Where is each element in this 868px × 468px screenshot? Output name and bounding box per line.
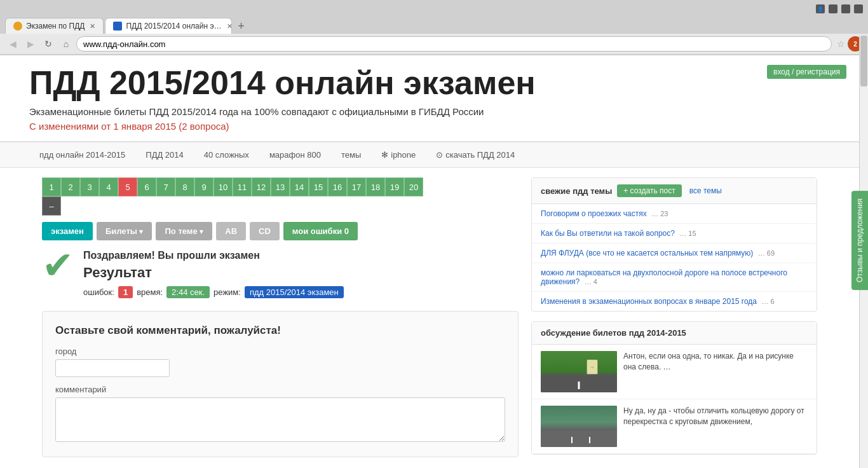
city-label: город bbox=[55, 347, 505, 356]
ticket-12[interactable]: 12 bbox=[252, 177, 271, 196]
nav-item-2[interactable]: 40 сложных bbox=[194, 142, 259, 167]
site-nav: пдд онлайн 2014-2015 ПДД 2014 40 сложных… bbox=[0, 142, 859, 168]
ticket-16[interactable]: 16 bbox=[328, 177, 347, 196]
ticket-7[interactable]: 7 bbox=[156, 177, 175, 196]
result-stats: ошибок: 1 время: 2:44 сек. режим: пдд 20… bbox=[83, 286, 344, 298]
discussion-text-0: Антон, если она одна, то никак. Да и на … bbox=[623, 351, 808, 392]
bookmark-star[interactable]: ☆ bbox=[837, 39, 845, 49]
ticket-11[interactable]: 11 bbox=[233, 177, 252, 196]
left-content: 1 2 3 4 5 6 7 8 9 10 11 12 13 14 15 16 1… bbox=[42, 177, 519, 464]
site-subtitle: Экзаменационные билеты ПДД 2015/2014 год… bbox=[29, 106, 830, 117]
ticket-18[interactable]: 18 bbox=[366, 177, 385, 196]
ticket-2[interactable]: 2 bbox=[61, 177, 80, 196]
tab-close-1[interactable]: ✕ bbox=[90, 22, 95, 31]
nav-item-0[interactable]: пдд онлайн 2014-2015 bbox=[29, 142, 135, 167]
ticket-19[interactable]: 19 bbox=[385, 177, 404, 196]
forum-link-1[interactable]: Как бы Вы ответили на такой вопрос? bbox=[541, 229, 677, 238]
ticket-10[interactable]: 10 bbox=[214, 177, 233, 196]
mode-value: пдд 2015/2014 экзамен bbox=[245, 286, 344, 298]
discussion-thumb-0: → bbox=[541, 351, 617, 392]
time-value: 2:44 сек. bbox=[166, 286, 210, 298]
nav-item-6[interactable]: ⊙ скачать ПДД 2014 bbox=[426, 142, 525, 167]
tab-icon-1 bbox=[13, 22, 22, 31]
forum-count-1: … 15 bbox=[679, 230, 696, 237]
new-tab-btn[interactable]: + bbox=[233, 18, 248, 34]
forum-count-4: … 6 bbox=[761, 298, 774, 305]
forum-link-4[interactable]: Изменения в экзаменационных вопросах в я… bbox=[541, 297, 759, 306]
main-layout: 1 2 3 4 5 6 7 8 9 10 11 12 13 14 15 16 1… bbox=[29, 168, 830, 468]
my-errors-btn[interactable]: мои ошибки 0 bbox=[283, 222, 358, 240]
forum-item-2: ДЛЯ ФЛУДА (все что не касается остальных… bbox=[532, 244, 817, 263]
tab-label-2: ПДД 2015/2014 онлайн э… bbox=[126, 22, 221, 31]
discussion-item-0: → Антон, если она одна, то никак. Да и н… bbox=[532, 345, 817, 399]
site-title: ПДД 2015/2014 онлайн экзамен bbox=[29, 65, 830, 101]
ticket-4[interactable]: 4 bbox=[99, 177, 118, 196]
ticket-8[interactable]: 8 bbox=[175, 177, 194, 196]
road-image-0: → bbox=[541, 351, 617, 392]
browser-toolbar: ◀ ▶ ↻ ⌂ ☆ 2 bbox=[0, 34, 868, 55]
reload-btn[interactable]: ↻ bbox=[41, 36, 56, 52]
browser-tabs: Экзамен по ПДД ✕ ПДД 2015/2014 онлайн э…… bbox=[0, 18, 868, 34]
ticket-14[interactable]: 14 bbox=[290, 177, 309, 196]
forward-btn[interactable]: ▶ bbox=[23, 36, 38, 52]
all-themes-link[interactable]: все темы bbox=[689, 186, 722, 195]
discussion-thumb-1 bbox=[541, 406, 617, 447]
tickets-btn[interactable]: Билеты bbox=[97, 222, 153, 240]
login-link[interactable]: вход / регистрация bbox=[767, 65, 846, 79]
tab-close-2[interactable]: ✕ bbox=[227, 22, 233, 31]
ticket-9[interactable]: 9 bbox=[194, 177, 214, 196]
ticket-13[interactable]: 13 bbox=[271, 177, 290, 196]
ticket-3[interactable]: 3 bbox=[80, 177, 99, 196]
create-post-btn[interactable]: + создать пост bbox=[617, 184, 681, 197]
browser-tab-1[interactable]: Экзамен по ПДД ✕ bbox=[5, 18, 104, 34]
ticket-5[interactable]: 5 bbox=[118, 177, 137, 196]
exam-btn[interactable]: экзамен bbox=[42, 222, 93, 240]
by-theme-btn[interactable]: По теме bbox=[156, 222, 212, 240]
forum-count-0: … 23 bbox=[651, 210, 668, 217]
nav-item-3[interactable]: марафон 800 bbox=[259, 142, 331, 167]
errors-value: 1 bbox=[118, 286, 133, 298]
browser-tab-2[interactable]: ПДД 2015/2014 онлайн э… ✕ bbox=[105, 18, 232, 34]
maximize-btn[interactable] bbox=[841, 4, 850, 13]
forum-text-2: ДЛЯ ФЛУДА (все что не касается остальных… bbox=[541, 249, 753, 258]
minimize-btn[interactable] bbox=[829, 4, 837, 13]
ab-btn[interactable]: АВ bbox=[216, 222, 246, 240]
ticket-6[interactable]: 6 bbox=[137, 177, 156, 196]
forum-count-3: … 4 bbox=[585, 278, 597, 286]
forum-link-0[interactable]: Поговорим о проезжих частях bbox=[541, 209, 649, 218]
forum-link-3[interactable]: можно ли парковаться на двухполосной дор… bbox=[541, 268, 787, 286]
back-btn[interactable]: ◀ bbox=[5, 36, 20, 52]
ticket-minus[interactable]: – bbox=[42, 196, 61, 216]
forum-item-0: Поговорим о проезжих частях … 23 bbox=[532, 204, 817, 224]
home-btn[interactable]: ⌂ bbox=[58, 36, 74, 52]
result-text: Поздравляем! Вы прошли экзамен Результат… bbox=[83, 250, 344, 298]
browser-titlebar: 👤 bbox=[0, 0, 868, 18]
nav-item-5[interactable]: ✻ iphone bbox=[371, 142, 426, 167]
city-input[interactable] bbox=[55, 359, 170, 377]
mode-label: режим: bbox=[214, 287, 241, 297]
ticket-15[interactable]: 15 bbox=[309, 177, 328, 196]
nav-item-4[interactable]: темы bbox=[331, 142, 371, 167]
feedback-tab[interactable]: Отзывы и предложения bbox=[851, 191, 868, 290]
comment-textarea[interactable] bbox=[55, 397, 505, 442]
cd-btn[interactable]: CD bbox=[250, 222, 280, 240]
site-header: вход / регистрация ПДД 2015/2014 онлайн … bbox=[0, 55, 859, 142]
iphone-icon: ✻ bbox=[381, 150, 388, 160]
congrats-text: Поздравляем! Вы прошли экзамен bbox=[83, 250, 344, 261]
address-bar[interactable] bbox=[76, 36, 832, 52]
tab-icon-2 bbox=[113, 22, 122, 31]
checkmark-icon: ✔ bbox=[42, 247, 74, 285]
forum-item-3: можно ли парковаться на двухполосной дор… bbox=[532, 263, 817, 292]
ticket-20[interactable]: 20 bbox=[404, 177, 423, 196]
forum-text-0: Поговорим о проезжих частях bbox=[541, 209, 647, 218]
close-btn[interactable] bbox=[854, 4, 863, 13]
forum-item-4: Изменения в экзаменационных вопросах в я… bbox=[532, 292, 817, 311]
site-nav-inner: пдд онлайн 2014-2015 ПДД 2014 40 сложных… bbox=[29, 142, 830, 167]
nav-item-1[interactable]: ПДД 2014 bbox=[135, 142, 193, 167]
ticket-17[interactable]: 17 bbox=[347, 177, 366, 196]
scrollbar-thumb[interactable] bbox=[860, 36, 867, 86]
browser-chrome: 👤 Экзамен по ПДД ✕ ПДД 2015/2014 онлайн … bbox=[0, 0, 868, 55]
forum-link-2[interactable]: ДЛЯ ФЛУДА (все что не касается остальных… bbox=[541, 249, 756, 258]
tickets-label: Билеты bbox=[105, 226, 137, 236]
ticket-1[interactable]: 1 bbox=[42, 177, 61, 196]
